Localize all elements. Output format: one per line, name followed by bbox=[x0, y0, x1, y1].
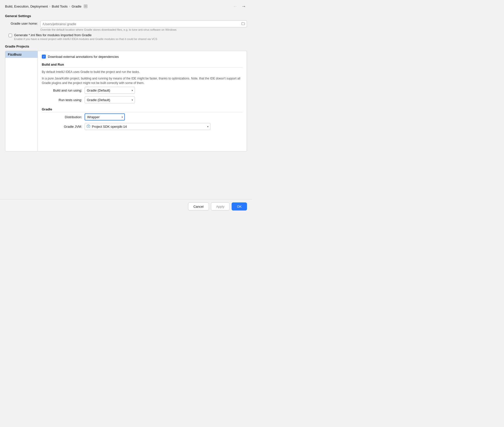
cancel-button[interactable]: Cancel bbox=[188, 202, 209, 210]
svg-rect-1 bbox=[84, 6, 87, 7]
gradle-jvm-label: Gradle JVM: bbox=[42, 125, 85, 129]
back-button[interactable]: ← bbox=[232, 4, 238, 9]
run-tests-dropdown-wrapper: Gradle (Default) IntelliJ IDEA ▾ bbox=[85, 96, 135, 103]
generate-iml-text: Generate *.iml files for modules importe… bbox=[14, 33, 247, 40]
nav-buttons: ← → bbox=[232, 4, 247, 9]
gradle-projects-section: Gradle Projects FizzBuzz ✓ Download exte… bbox=[5, 45, 247, 151]
build-using-dropdown-wrapper: Gradle (Default) IntelliJ IDEA ▾ bbox=[85, 87, 135, 94]
generate-iml-row: Generate *.iml files for modules importe… bbox=[9, 33, 247, 40]
build-and-run-desc1: By default IntelliJ IDEA uses Gradle to … bbox=[42, 70, 243, 74]
generate-iml-hint: Enable if you have a mixed project with … bbox=[14, 37, 247, 40]
build-and-run-title: Build and Run bbox=[42, 63, 243, 68]
breadcrumb-menu-icon[interactable] bbox=[84, 5, 87, 8]
run-tests-label: Run tests using: bbox=[42, 98, 85, 102]
general-settings-section: General Settings Gradle user home: Overr… bbox=[5, 14, 247, 40]
run-tests-dropdown[interactable]: Gradle (Default) IntelliJ IDEA bbox=[85, 96, 135, 103]
gradle-projects-container: FizzBuzz ✓ Download external annotations… bbox=[5, 51, 247, 151]
run-tests-row: Run tests using: Gradle (Default) Intell… bbox=[42, 96, 243, 103]
breadcrumb-sep-1: › bbox=[49, 5, 50, 8]
gradle-subsection: Gradle Distribution: Wrapper Local insta… bbox=[42, 107, 243, 130]
gradle-user-home-label: Gradle user home: bbox=[5, 20, 40, 25]
gradle-jvm-row: Gradle JVM: Pro bbox=[42, 123, 243, 130]
gradle-user-home-input[interactable] bbox=[40, 20, 247, 27]
build-and-run-desc2: In a pure Java/Kotlin project, building … bbox=[42, 76, 243, 85]
header: Build, Execution, Deployment › Build Too… bbox=[0, 0, 252, 12]
gradle-jvm-dropdown-wrapper: Project SDK openjdk-14 Bundled JVM ▾ bbox=[85, 123, 210, 130]
distribution-dropdown[interactable]: Wrapper Local installation Specified loc… bbox=[85, 113, 125, 120]
gradle-user-home-input-wrapper: Override the default location where Grad… bbox=[40, 20, 247, 31]
main-content: General Settings Gradle user home: Overr… bbox=[0, 12, 252, 199]
breadcrumb-part-2: Build Tools bbox=[52, 5, 68, 8]
generate-iml-checkbox[interactable] bbox=[9, 34, 12, 37]
general-settings-title: General Settings bbox=[5, 14, 247, 18]
breadcrumb-sep-2: › bbox=[69, 5, 70, 8]
gradle-subsection-title: Gradle bbox=[42, 107, 243, 112]
project-item-fizzbuzz[interactable]: FizzBuzz bbox=[5, 51, 38, 58]
gradle-user-home-row: Gradle user home: Override the default l… bbox=[5, 20, 247, 31]
svg-rect-2 bbox=[84, 7, 87, 7]
distribution-row: Distribution: Wrapper Local installation… bbox=[42, 113, 243, 120]
download-annotations-label: Download external annotations for depend… bbox=[48, 55, 119, 59]
build-using-row: Build and run using: Gradle (Default) In… bbox=[42, 87, 243, 94]
breadcrumb: Build, Execution, Deployment › Build Too… bbox=[5, 5, 87, 8]
download-annotations-row: ✓ Download external annotations for depe… bbox=[42, 55, 243, 59]
folder-icon[interactable] bbox=[241, 22, 245, 26]
footer: Cancel Apply OK bbox=[0, 199, 252, 214]
distribution-label: Distribution: bbox=[42, 115, 85, 119]
forward-button[interactable]: → bbox=[240, 4, 247, 9]
build-and-run-section: Build and Run By default IntelliJ IDEA u… bbox=[42, 63, 243, 103]
project-list: FizzBuzz bbox=[5, 51, 38, 151]
breadcrumb-part-1: Build, Execution, Deployment bbox=[5, 5, 48, 8]
gradle-projects-title: Gradle Projects bbox=[5, 45, 247, 48]
apply-button[interactable]: Apply bbox=[211, 202, 230, 210]
gradle-jvm-dropdown[interactable]: Project SDK openjdk-14 Bundled JVM bbox=[85, 123, 210, 130]
ok-button[interactable]: OK bbox=[232, 202, 247, 210]
gradle-user-home-container bbox=[40, 20, 247, 27]
gradle-user-home-hint: Override the default location where Grad… bbox=[40, 28, 247, 31]
project-settings-panel: ✓ Download external annotations for depe… bbox=[38, 51, 247, 151]
generate-iml-label: Generate *.iml files for modules importe… bbox=[14, 33, 247, 37]
download-annotations-checkbox[interactable]: ✓ bbox=[42, 55, 46, 59]
distribution-dropdown-wrapper: Wrapper Local installation Specified loc… bbox=[85, 113, 125, 120]
build-using-dropdown[interactable]: Gradle (Default) IntelliJ IDEA bbox=[85, 87, 135, 94]
build-using-label: Build and run using: bbox=[42, 89, 85, 92]
breadcrumb-part-3: Gradle bbox=[71, 5, 81, 8]
svg-rect-0 bbox=[84, 5, 87, 6]
